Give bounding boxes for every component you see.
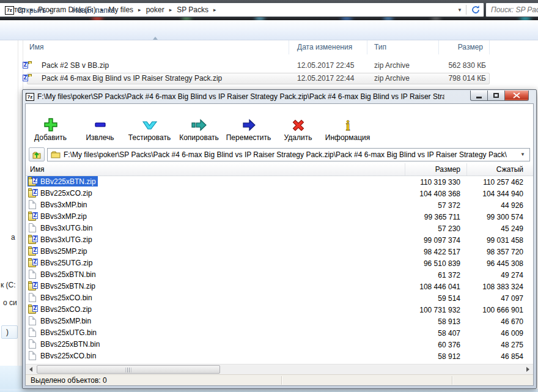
- archive-file-row[interactable]: BBvs3xUTG.bin 57 230 45 249: [26, 223, 533, 234]
- breadcrumb-arrow-icon[interactable]: [136, 7, 143, 13]
- archive-file-row[interactable]: BBvs25xMP.bin 58 913 46 670: [26, 316, 533, 327]
- file-packed-size: 49 274: [466, 271, 533, 279]
- archive-file-row[interactable]: BBvs25xBTN.bin 61 372 49 274: [26, 269, 533, 281]
- scroll-right-icon[interactable]: [523, 364, 533, 374]
- toolbar-label: Извлечь: [86, 133, 114, 142]
- file-row-selected[interactable]: Pack #4 6-max Big Blind vs IP Raiser Str…: [24, 73, 538, 84]
- open-button[interactable]: 7z Открыть: [5, 4, 51, 17]
- info-button[interactable]: i Информация: [323, 117, 372, 146]
- file-size: 61 372: [405, 271, 466, 279]
- address-dropdown-icon[interactable]: [518, 152, 528, 157]
- breadcrumb-arrow-icon[interactable]: [212, 7, 218, 13]
- up-one-level-button[interactable]: [29, 147, 45, 161]
- archive-file-row[interactable]: BBv225xCO.zip 104 408 368 104 344 940: [26, 188, 533, 199]
- file-type-icon: [28, 351, 38, 360]
- move-button[interactable]: Переместить: [224, 117, 273, 146]
- column-header-type[interactable]: Тип: [374, 43, 386, 51]
- file-size: 562 830 КБ: [425, 61, 486, 70]
- bin-file-icon: [29, 328, 36, 337]
- archive-file-row[interactable]: BBvs3xMP.bin 57 372 44 926: [26, 199, 533, 211]
- breadcrumb-label[interactable]: SP Packs: [174, 6, 212, 14]
- column-header-name[interactable]: Имя: [26, 165, 405, 174]
- archive-column-headers: Имя Размер Сжатый: [26, 163, 533, 176]
- breadcrumb-arrow-icon[interactable]: [168, 7, 174, 13]
- nav-pane-item-fragment[interactable]: ): [1, 325, 18, 339]
- column-divider: [367, 40, 367, 54]
- column-header-date[interactable]: Дата изменения: [297, 43, 352, 51]
- new-folder-button[interactable]: Новая папка: [72, 4, 115, 17]
- title-bar[interactable]: 7z F:\My files\poker\SP Packs\Pack #4 6-…: [23, 90, 536, 103]
- scrollbar-thumb[interactable]: [37, 365, 220, 374]
- zip-file-icon: [28, 177, 38, 186]
- archive-file-row[interactable]: BBvs3xUTG.zip 99 097 374 99 031 458: [26, 234, 533, 246]
- status-divider: [281, 376, 282, 385]
- test-check-icon: [141, 117, 159, 133]
- refresh-icon[interactable]: [470, 4, 481, 15]
- scrollbar-grip-icon: [126, 368, 131, 372]
- column-header-size[interactable]: Размер: [438, 43, 483, 51]
- scroll-left-icon[interactable]: [26, 364, 36, 374]
- file-name: BBvs25xCO.bin: [40, 294, 92, 302]
- archive-file-row[interactable]: BBvs225xCO.bin 58 912 46 854: [26, 350, 533, 362]
- minimize-button[interactable]: [470, 91, 488, 101]
- file-size: 110 319 330: [405, 178, 466, 187]
- archive-file-row[interactable]: BBvs25MP.zip 98 422 517 98 357 720: [26, 246, 533, 257]
- address-combo[interactable]: F:\My files\poker\SP Packs\Pack #4 6-max…: [47, 148, 530, 161]
- sevenzip-app-icon: 7z: [26, 93, 34, 101]
- file-size: 58 912: [405, 352, 466, 361]
- toolbar-label: Тестировать: [128, 133, 171, 142]
- close-button[interactable]: [505, 91, 529, 101]
- toolbar: Добавить Извлечь Тестировать: [26, 116, 533, 146]
- breadcrumb-label[interactable]: poker: [143, 6, 168, 14]
- breadcrumb-item[interactable]: poker: [143, 6, 174, 14]
- address-dropdown-icon[interactable]: [457, 7, 462, 13]
- archive-file-row[interactable]: BBvs25xUTG.bin 58 407 46 009: [26, 327, 533, 339]
- svg-text:i: i: [345, 117, 350, 133]
- file-name: BBv225xBTN.zip: [40, 177, 96, 186]
- file-type-icon: [28, 188, 38, 198]
- file-size: 58 913: [405, 317, 466, 326]
- column-divider: [289, 40, 289, 54]
- archive-file-row[interactable]: BBvs25UTG.zip 96 510 839 96 445 308: [26, 257, 533, 269]
- column-header-name[interactable]: Имя: [29, 43, 43, 51]
- archive-file-row[interactable]: BBvs225xBTN.bin 60 376 48 275: [26, 339, 533, 350]
- status-divider: [452, 376, 452, 385]
- bin-file-icon: [29, 351, 36, 360]
- nav-pane-item-fragment[interactable]: о си: [3, 298, 17, 307]
- explorer-column-headers: Имя Дата изменения Тип Размер: [24, 40, 538, 55]
- copy-button[interactable]: Копировать: [174, 117, 224, 146]
- horizontal-scrollbar[interactable]: [26, 364, 533, 374]
- delete-button[interactable]: Удалить: [273, 117, 323, 146]
- file-date: 12.05.2017 22:45: [297, 61, 354, 70]
- address-path[interactable]: F:\My files\poker\SP Packs\Pack #4 6-max…: [64, 150, 515, 159]
- file-type-icon: [28, 212, 38, 221]
- file-packed-size: 100 666 901: [466, 306, 533, 314]
- nav-pane-item-fragment[interactable]: к (C:: [1, 281, 16, 289]
- delete-x-icon: [289, 117, 308, 133]
- column-header-size[interactable]: Размер: [405, 163, 466, 176]
- divider: [466, 5, 466, 15]
- add-button[interactable]: Добавить: [26, 117, 75, 146]
- test-button[interactable]: Тестировать: [125, 117, 174, 146]
- file-packed-size: 108 383 324: [466, 283, 533, 291]
- archive-file-row[interactable]: BBv225xBTN.zip 110 319 330 110 257 462: [26, 176, 533, 188]
- maximize-button[interactable]: [488, 91, 505, 101]
- file-packed-size: 104 344 940: [466, 190, 533, 198]
- nav-pane-item-fragment[interactable]: а: [11, 233, 15, 242]
- column-header-packed[interactable]: Сжатый: [466, 163, 533, 176]
- search-input[interactable]: Поиск: SP Pack: [485, 2, 538, 17]
- file-type-icon: [28, 328, 38, 337]
- sevenzip-window: 7z F:\My files\poker\SP Packs\Pack #4 6-…: [22, 89, 537, 389]
- archive-file-row[interactable]: BBvs25xCO.zip 100 731 932 100 666 901: [26, 304, 533, 316]
- folder-up-icon: [32, 150, 42, 160]
- breadcrumb-item[interactable]: SP Packs: [174, 6, 218, 14]
- file-type-icon: [28, 200, 38, 209]
- column-divider: [438, 40, 439, 54]
- archive-file-row[interactable]: BBvs3xMP.zip 99 365 711 99 300 574: [26, 211, 533, 223]
- file-row[interactable]: Pack #2 SB v BB.zip 12.05.2017 22:45 zip…: [24, 60, 538, 72]
- extract-button[interactable]: Извлечь: [75, 117, 125, 146]
- file-type-icon: [28, 258, 38, 267]
- archive-file-row[interactable]: BBvs25xCO.bin 59 514 47 097: [26, 292, 533, 304]
- archive-file-row[interactable]: BBvs25xBTN.zip 108 446 041 108 383 324: [26, 281, 533, 292]
- extract-minus-icon: [91, 117, 109, 133]
